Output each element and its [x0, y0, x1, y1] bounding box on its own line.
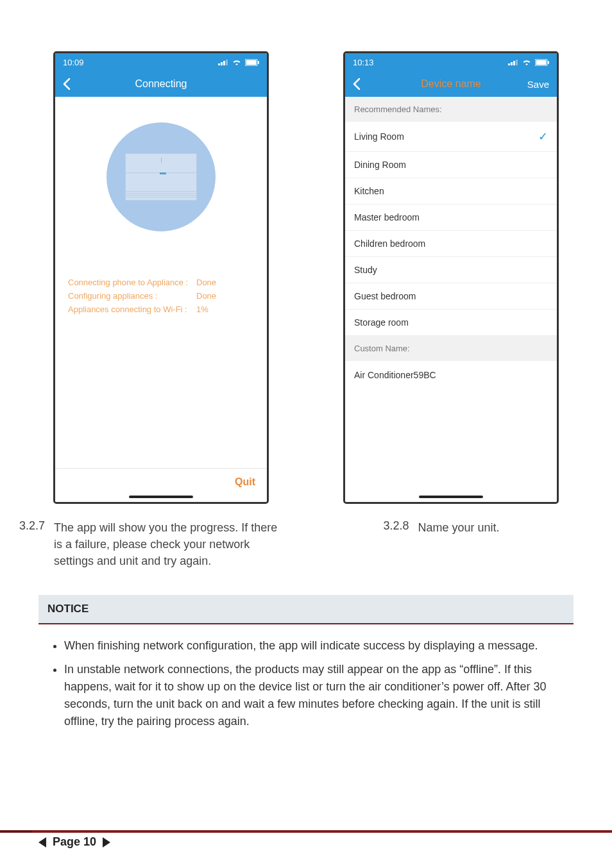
svg-rect-10 — [516, 60, 518, 65]
home-indicator — [419, 496, 483, 498]
status-bar: 10:13 — [345, 53, 557, 71]
nav-bar: Connecting — [55, 71, 267, 97]
next-page-icon[interactable] — [103, 837, 110, 847]
recommended-header: Recommended Names: — [345, 97, 557, 122]
status-label: Appliances connecting to Wi-Fi : — [68, 303, 196, 317]
svg-rect-13 — [548, 61, 549, 64]
notice-item: When finishing network configuration, th… — [64, 637, 562, 655]
quit-button[interactable]: Quit — [55, 468, 267, 496]
svg-rect-12 — [536, 60, 547, 65]
status-value: 1% — [196, 303, 208, 317]
notice-body: When finishing network configuration, th… — [38, 624, 574, 755]
status-value: Done — [196, 290, 216, 303]
list-item-label: Dining Room — [354, 160, 406, 170]
status-label: Configuring appliances : — [68, 290, 196, 303]
phone-connecting: 10:09 Connecting — [53, 51, 269, 504]
custom-name-field[interactable]: Air Conditioner59BC — [345, 361, 557, 389]
notice-box: NOTICE When finishing network configurat… — [38, 595, 574, 755]
svg-rect-8 — [511, 62, 513, 65]
screenshots-row: 10:09 Connecting — [38, 51, 574, 569]
signal-icon — [218, 59, 228, 65]
name-option-dining-room[interactable]: Dining Room — [345, 152, 557, 178]
status-value: Done — [196, 276, 216, 290]
phone-body: Recommended Names: Living Room ✓ Dining … — [345, 97, 557, 502]
nav-bar: Device name Save — [345, 71, 557, 97]
status-row: Appliances connecting to Wi-Fi : 1% — [68, 303, 254, 317]
list-item-label: Children bedroom — [354, 238, 425, 249]
back-button[interactable] — [62, 78, 71, 90]
svg-rect-6 — [258, 61, 259, 64]
list-item-label: Kitchen — [354, 186, 384, 196]
battery-icon — [535, 59, 549, 66]
ac-illustration — [125, 153, 197, 201]
prev-page-icon[interactable] — [38, 837, 46, 847]
names-list: Living Room ✓ Dining Room Kitchen Master… — [345, 122, 557, 336]
battery-icon — [245, 59, 259, 66]
page-control: Page 10 — [38, 835, 110, 849]
name-option-storage-room[interactable]: Storage room — [345, 310, 557, 336]
list-item-label: Storage room — [354, 317, 409, 328]
list-item-label: Master bedroom — [354, 212, 420, 222]
device-circle — [106, 122, 216, 231]
name-option-kitchen[interactable]: Kitchen — [345, 178, 557, 204]
svg-rect-0 — [218, 63, 220, 65]
nav-title: Device name — [421, 78, 480, 90]
caption-text: Name your unit. — [418, 519, 499, 536]
save-button[interactable]: Save — [527, 79, 549, 90]
phone-device-name: 10:13 Device name — [343, 51, 559, 504]
page-label: Page 10 — [53, 835, 96, 849]
svg-rect-9 — [513, 61, 515, 65]
svg-rect-1 — [221, 62, 223, 65]
name-option-guest-bedroom[interactable]: Guest bedroom — [345, 283, 557, 310]
name-option-children-bedroom[interactable]: Children bedroom — [345, 231, 557, 257]
status-icons — [218, 59, 259, 66]
status-bar: 10:09 — [55, 53, 267, 71]
caption-number: 3.2.8 — [383, 519, 409, 533]
status-list: Connecting phone to Appliance : Done Con… — [68, 276, 254, 316]
left-column: 10:09 Connecting — [38, 51, 284, 569]
svg-rect-7 — [508, 63, 510, 65]
status-label: Connecting phone to Appliance : — [68, 276, 196, 290]
connect-graphic — [55, 122, 267, 231]
caption-text: The app will show you the progress. If t… — [54, 519, 284, 569]
status-row: Connecting phone to Appliance : Done — [68, 276, 254, 290]
svg-rect-5 — [246, 60, 257, 65]
svg-rect-3 — [226, 60, 228, 65]
status-row: Configuring appliances : Done — [68, 290, 254, 303]
name-option-study[interactable]: Study — [345, 257, 557, 283]
name-option-master-bedroom[interactable]: Master bedroom — [345, 204, 557, 231]
name-option-living-room[interactable]: Living Room ✓ — [345, 122, 557, 152]
back-button[interactable] — [352, 78, 361, 90]
custom-header: Custom Name: — [345, 336, 557, 361]
nav-title: Connecting — [135, 78, 187, 90]
clock: 10:13 — [353, 58, 374, 67]
notice-item: In unstable network connections, the pro… — [64, 661, 562, 730]
clock: 10:09 — [63, 58, 84, 67]
caption-right: 3.2.8 Name your unit. — [402, 519, 499, 536]
check-icon: ✓ — [538, 129, 548, 144]
signal-icon — [508, 59, 518, 65]
list-item-label: Guest bedroom — [354, 291, 416, 301]
list-item-label: Study — [354, 265, 377, 275]
home-indicator — [129, 496, 193, 498]
list-item-label: Living Room — [354, 131, 404, 142]
right-column: 10:13 Device name — [328, 51, 574, 569]
wifi-icon — [232, 59, 241, 66]
phone-body: Connecting phone to Appliance : Done Con… — [55, 97, 267, 502]
notice-heading: NOTICE — [38, 595, 574, 624]
caption-number: 3.2.7 — [19, 519, 45, 533]
svg-rect-2 — [223, 61, 225, 65]
wifi-icon — [522, 59, 531, 66]
status-icons — [508, 59, 549, 66]
caption-left: 3.2.7 The app will show you the progress… — [38, 519, 284, 569]
